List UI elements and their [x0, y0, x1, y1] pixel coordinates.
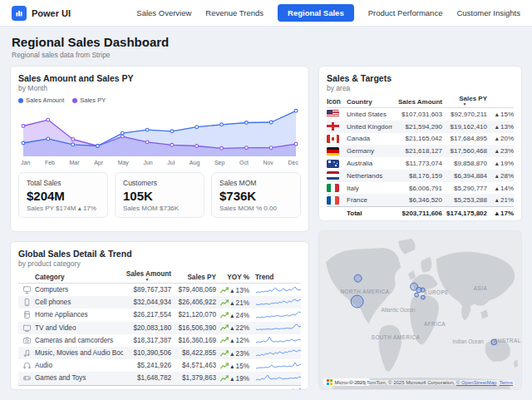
table-row[interactable]: Italy$6,006,791$5,290,777▴ 14%: [327, 182, 514, 195]
sparkline-chart: [255, 335, 302, 345]
trend-up-icon: [220, 375, 229, 382]
category-table-title: Global Sales Detail & Trend: [18, 249, 301, 259]
tab-regional-sales[interactable]: Regional Sales: [278, 4, 354, 22]
tab-revenue-trends[interactable]: Revenue Trends: [205, 8, 264, 17]
de-flag-icon: [327, 147, 339, 156]
col-country[interactable]: Country: [347, 98, 392, 106]
table-row[interactable]: Netherlands$8,176,159$6,394,884▴ 28%: [327, 170, 514, 182]
app: Power UI Sales Overview Revenue Trends R…: [0, 0, 532, 390]
map-bubble[interactable]: [421, 295, 426, 299]
sort-desc-icon: ▼: [442, 102, 487, 106]
table-row[interactable]: Audio$5,241,926$4,571,463▴ 15%: [18, 359, 301, 372]
microsoft-logo-icon: [327, 379, 332, 385]
trend-cell: [249, 388, 301, 390]
map-bubble[interactable]: [421, 288, 425, 292]
legend-item[interactable]: Sales PY: [72, 96, 106, 104]
sales-amount-cell: $6,006,791: [392, 185, 442, 192]
sales-amount-cell: $107,031,603: [392, 111, 442, 118]
category-table-header[interactable]: Category Sales Amount▼ Sales PY YOY % Tr…: [18, 268, 301, 284]
pct-change-cell: ▴ 19%: [487, 160, 514, 167]
table-row[interactable]: TV and Video$20,083,180$16,506,390▴ 22%: [18, 322, 301, 334]
sparkline-chart: [255, 298, 302, 308]
map-attribution: © 2025 TomTom, © 2025 Microsoft Corporat…: [347, 380, 515, 385]
country-cell: Netherlands: [347, 172, 392, 180]
table-row[interactable]: Cell phones$32,044,934$26,406,922▴ 21%: [18, 296, 301, 309]
sales-py-cell: $6,394,884: [442, 172, 487, 180]
table-row[interactable]: Music, Movies and Audio Books$10,390,506…: [18, 347, 301, 359]
country-cell: Australia: [347, 160, 392, 167]
tab-sales-overview[interactable]: Sales Overview: [136, 8, 191, 17]
col-sales-amount[interactable]: Sales Amount: [392, 98, 442, 106]
pct-change-cell: ▴ 21%: [487, 196, 514, 204]
trend-cell: [249, 298, 301, 308]
x-tick-label: Aug: [190, 160, 200, 165]
world-map[interactable]: [319, 231, 521, 389]
tv-icon: [18, 323, 35, 333]
table-row[interactable]: Games and Toys$1,648,782$1,379,863▴ 19%: [18, 372, 301, 384]
kpi-customers[interactable]: Customers 105K Sales MOM $736K: [115, 172, 204, 218]
table-row[interactable]: Home Appliances$26,217,554$21,120,070▴ 2…: [18, 309, 301, 321]
sales-py-cell: $5,290,777: [442, 185, 487, 192]
sales-py-cell: $8,422,855: [171, 349, 216, 357]
col-trend[interactable]: Trend: [249, 274, 301, 281]
sales-py-cell: $17,684,895: [442, 135, 487, 142]
col-icon[interactable]: Icon: [327, 98, 347, 106]
table-row[interactable]: Cameras and camcorders$18,317,387$16,360…: [18, 334, 301, 347]
yoy-cell: ▴ 12%: [216, 336, 249, 344]
category-cell: TV and Video: [35, 324, 123, 332]
page-title: Regional Sales Dashboard: [12, 35, 520, 49]
table-row[interactable]: Australia$11,773,074$9,858,870▴ 19%: [327, 157, 514, 170]
x-tick-label: Oct: [239, 160, 249, 165]
table-total-row[interactable]: Total$203,711,606$174,175,802▴ 17%: [18, 385, 301, 391]
sales-py-cell: $5,253,288: [442, 196, 487, 204]
terms-link[interactable]: Terms: [500, 380, 513, 385]
trend-cell: [249, 373, 301, 383]
category-cell: Cameras and camcorders: [35, 337, 123, 344]
col-yoy[interactable]: YOY %: [216, 274, 249, 281]
table-row[interactable]: Computers$89,767,337$79,408,069▴ 13%: [18, 284, 301, 296]
dashboard-content: Sales Amount and Sales PY by Month Sales…: [0, 66, 532, 390]
legend-dot-icon: [72, 98, 77, 103]
yoy-cell: ▴ 17%: [216, 388, 249, 390]
trend-up-icon: [220, 350, 229, 357]
table-row[interactable]: United States$107,031,603$92,970,211▴ 15…: [327, 108, 514, 121]
yoy-cell: ▴ 22%: [216, 323, 249, 332]
trend-up-icon: [220, 389, 229, 390]
sparkline-chart: [255, 323, 302, 333]
map-bubble[interactable]: [354, 274, 362, 282]
col-category[interactable]: Category: [35, 274, 123, 281]
brand[interactable]: Power UI: [12, 6, 71, 21]
kpi-sales-mom[interactable]: Sales MOM $736K Sales MOM % 0.00: [211, 172, 301, 218]
total-label: Total: [35, 389, 123, 391]
tab-product-performance[interactable]: Product Performance: [368, 8, 443, 17]
kpi-total-sales[interactable]: Total Sales $204M Sales PY $174M ▴ 17%: [18, 172, 108, 218]
au-flag-icon: [327, 160, 339, 168]
chart-subtitle: by Month: [18, 84, 301, 92]
col-sales-py[interactable]: Sales PY▼: [442, 95, 487, 106]
col-sales-amount[interactable]: Sales Amount▼: [123, 270, 171, 281]
tab-customer-insights[interactable]: Customer Insights: [456, 8, 520, 17]
country-cell: United Kingdom: [347, 123, 392, 131]
world-map-panel[interactable]: NORTH AMERICAEUROPEASIAAFRICASOUTH AMERI…: [318, 230, 522, 390]
legend-item[interactable]: Sales Amount: [18, 96, 64, 104]
headphones-icon: [18, 361, 35, 370]
sales-py-cell: $26,406,922: [171, 299, 216, 306]
table-row[interactable]: United Kingdom$21,594,290$19,162,410▴ 13…: [327, 121, 514, 133]
table-row[interactable]: France$6,346,520$5,253,288▴ 21%: [327, 194, 514, 206]
map-bubble[interactable]: [415, 293, 419, 297]
map-bubble[interactable]: [351, 295, 363, 308]
map-bubble[interactable]: [491, 339, 497, 345]
table-row[interactable]: Germany$21,618,127$17,560,468▴ 23%: [327, 145, 514, 157]
sales-amount-cell: $5,241,926: [123, 362, 171, 369]
openstreetmap-link[interactable]: © OpenStreetMap: [456, 380, 496, 385]
x-tick-label: Dec: [288, 160, 298, 165]
targets-table-header[interactable]: Icon Country Sales Amount Sales PY▼: [327, 92, 514, 108]
sales-amount-cell: $32,044,934: [123, 299, 171, 306]
table-total-row[interactable]: Total$203,711,606$174,175,802▴ 17%: [327, 206, 514, 219]
sales-area-chart[interactable]: [18, 106, 301, 159]
table-row[interactable]: Canada$21,165,042$17,684,895▴ 20%: [327, 133, 514, 146]
sparkline-chart: [255, 310, 302, 320]
x-tick-label: Jun: [143, 160, 152, 165]
right-column: Sales & Targets by area Icon Country Sal…: [318, 66, 522, 390]
col-sales-py[interactable]: Sales PY: [171, 274, 216, 281]
